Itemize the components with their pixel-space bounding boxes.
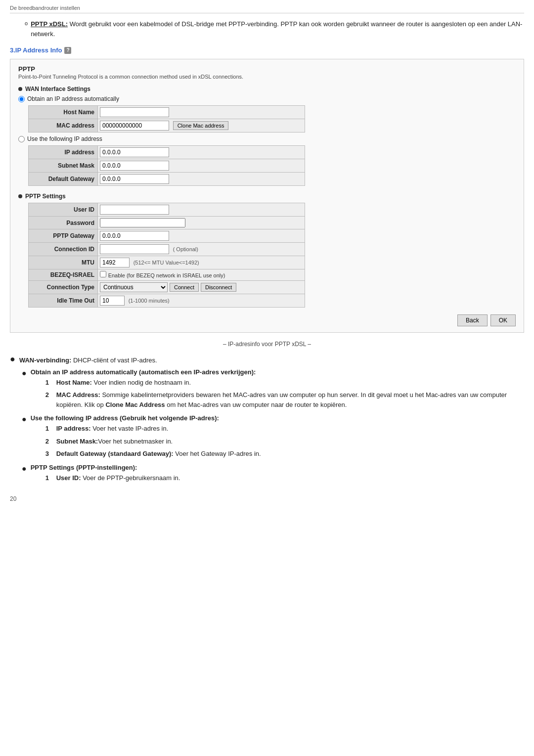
host-name-input[interactable]	[100, 107, 169, 117]
password-row: Password	[29, 217, 305, 229]
pptp-settings-bullet: ● PPTP Settings (PPTP-instellingen): 1 U…	[22, 464, 524, 486]
mtu-label: MTU	[29, 256, 98, 269]
user-id-row: User ID	[29, 203, 305, 217]
intro-section: o PPTP xDSL: Wordt gebruikt voor een kab…	[25, 19, 524, 39]
pptp-heading: PPTP	[18, 65, 516, 73]
caption: – IP-adresinfo voor PPTP xDSL –	[10, 341, 524, 348]
bezeq-checkbox-label: Enable (for BEZEQ network in ISRAEL use …	[108, 272, 225, 278]
use-following-radio-option[interactable]: Use the following IP address	[18, 135, 516, 142]
use-following-label: Use the following IP address	[27, 135, 102, 142]
mtu-hint: (512<= MTU Value<=1492)	[134, 260, 199, 266]
optional-text: ( Optional)	[173, 246, 198, 252]
pptp-settings-bullet-marker: ●	[22, 464, 27, 473]
pptp-settings-list: 1 User ID: Voer de PPTP-gebruikersnaam i…	[45, 473, 180, 483]
use-following-radio[interactable]	[18, 136, 25, 142]
bottom-buttons: Back OK	[18, 314, 516, 326]
section3-title: 3.IP Address Info ?	[10, 46, 524, 54]
body-section-wan: ● WAN-verbinding: DHCP-cliënt of vast IP…	[10, 356, 524, 486]
mac-address-cell: Clone Mac address	[98, 119, 305, 133]
ok-button[interactable]: OK	[490, 314, 516, 326]
bezeq-checkbox[interactable]	[100, 271, 106, 277]
idle-time-out-row: Idle Time Out (1-1000 minutes)	[29, 294, 305, 308]
connection-id-cell: ( Optional)	[98, 243, 305, 256]
obtain-auto-radio-option[interactable]: Obtain an IP address automatically	[18, 95, 516, 102]
subnet-mask-label: Subnet Mask	[29, 159, 98, 173]
use-following-list: 1 IP address: Voer het vaste IP-adres in…	[45, 424, 261, 459]
pptp-description: Point-to-Point Tunneling Protocol is a c…	[18, 74, 516, 80]
idle-hint: (1-1000 minutes)	[129, 298, 170, 304]
connection-id-label: Connection ID	[29, 243, 98, 256]
idle-time-out-label: Idle Time Out	[29, 294, 98, 308]
use-following-sub: ● Use the following IP address (Gebruik …	[22, 414, 524, 462]
wan-interface-settings: WAN Interface Settings Obtain an IP addr…	[18, 86, 516, 186]
mac-address-item: 2 MAC Address: Sommige kabelinternetprov…	[45, 390, 524, 409]
wan-verbinding-text: WAN-verbinding: DHCP-cliënt of vast IP-a…	[19, 356, 157, 365]
pptp-gateway-cell	[98, 229, 305, 243]
bullet-marker: o	[25, 20, 28, 26]
user-id-input[interactable]	[100, 205, 169, 215]
page-number: 20	[10, 495, 524, 502]
password-input[interactable]	[100, 218, 185, 227]
default-gateway-input[interactable]	[100, 174, 169, 184]
connection-type-label: Connection Type	[29, 281, 98, 294]
pptp-gateway-row: PPTP Gateway	[29, 229, 305, 243]
pptp-xdsl-bullet: o PPTP xDSL: Wordt gebruikt voor een kab…	[25, 19, 524, 39]
back-button[interactable]: Back	[457, 314, 488, 326]
bullet-marker-wan: ●	[10, 355, 15, 363]
connection-id-input[interactable]	[100, 244, 169, 254]
ip-address-row: IP address	[29, 146, 305, 159]
clone-mac-button[interactable]: Clone Mac address	[173, 121, 229, 130]
mac-address-input[interactable]	[100, 121, 169, 131]
default-gateway-row: Default Gateway	[29, 173, 305, 186]
obtain-auto-content: Obtain an IP address automatically (auto…	[31, 368, 524, 413]
connection-id-row: Connection ID ( Optional)	[29, 243, 305, 256]
use-following-content: Use the following IP address (Gebruik he…	[31, 414, 261, 462]
bezeq-row: BEZEQ-ISRAEL Enable (for BEZEQ network i…	[29, 269, 305, 281]
breadcrumb: De breedbandrouter instellen	[10, 5, 524, 13]
connect-button[interactable]: Connect	[170, 283, 199, 292]
obtain-auto-bullet-marker: ●	[22, 368, 27, 378]
pptp-settings-group: PPTP Settings User ID Password PPTP Gate…	[18, 193, 516, 308]
obtain-auto-bullet: ● Obtain an IP address automatically (au…	[22, 368, 524, 413]
bezeq-cell: Enable (for BEZEQ network in ISRAEL use …	[98, 269, 305, 281]
connection-type-row: Connection Type Continuous Connect on De…	[29, 281, 305, 294]
wan-verbinding-bullet: ● WAN-verbinding: DHCP-cliënt of vast IP…	[10, 356, 524, 365]
mtu-row: MTU (512<= MTU Value<=1492)	[29, 256, 305, 269]
user-id-cell	[98, 203, 305, 217]
subnet-mask-row: Subnet Mask	[29, 159, 305, 173]
mac-address-row: MAC address Clone Mac address	[29, 119, 305, 133]
default-gateway-label: Default Gateway	[29, 173, 98, 186]
ip-address-cell	[98, 146, 305, 159]
use-following-bullet: ● Use the following IP address (Gebruik …	[22, 414, 524, 462]
host-name-label: Host Name	[29, 106, 98, 119]
disconnect-button[interactable]: Disconnect	[201, 283, 236, 292]
idle-time-out-input[interactable]	[100, 296, 125, 306]
mtu-input[interactable]	[100, 258, 130, 267]
obtain-auto-label: Obtain an IP address automatically	[27, 95, 119, 102]
bezeq-label: BEZEQ-ISRAEL	[29, 269, 98, 281]
obtain-auto-radio[interactable]	[18, 96, 25, 102]
pptp-settings-sub: ● PPTP Settings (PPTP-instellingen): 1 U…	[22, 464, 524, 486]
pptp-fields-table: User ID Password PPTP Gateway Connection…	[28, 203, 305, 308]
host-name-item: 1 Host Name: Voer indien nodig de hostna…	[45, 378, 524, 388]
pptp-gateway-input[interactable]	[100, 231, 169, 241]
help-icon[interactable]: ?	[64, 47, 71, 54]
wan-group-title: WAN Interface Settings	[18, 86, 516, 92]
ip-address-item: 1 IP address: Voer het vaste IP-adres in…	[45, 424, 261, 434]
idle-time-out-cell: (1-1000 minutes)	[98, 294, 305, 308]
password-label: Password	[29, 217, 98, 229]
subnet-mask-input[interactable]	[100, 161, 169, 171]
form-container: PPTP Point-to-Point Tunneling Protocol i…	[10, 59, 524, 333]
host-name-row: Host Name	[29, 106, 305, 119]
host-name-cell	[98, 106, 305, 119]
ip-address-label: IP address	[29, 146, 98, 159]
bullet-dot	[18, 87, 22, 91]
pptp-bullet-dot	[18, 194, 22, 198]
connection-type-select[interactable]: Continuous Connect on Demand Manual	[100, 282, 168, 292]
use-following-bullet-marker: ●	[22, 414, 27, 424]
obtain-auto-sub: ● Obtain an IP address automatically (au…	[22, 368, 524, 413]
pptp-gateway-label: PPTP Gateway	[29, 229, 98, 243]
pptp-xdsl-text: PPTP xDSL: Wordt gebruikt voor een kabel…	[31, 19, 524, 39]
subnet-mask-cell	[98, 159, 305, 173]
ip-address-input[interactable]	[100, 147, 169, 157]
